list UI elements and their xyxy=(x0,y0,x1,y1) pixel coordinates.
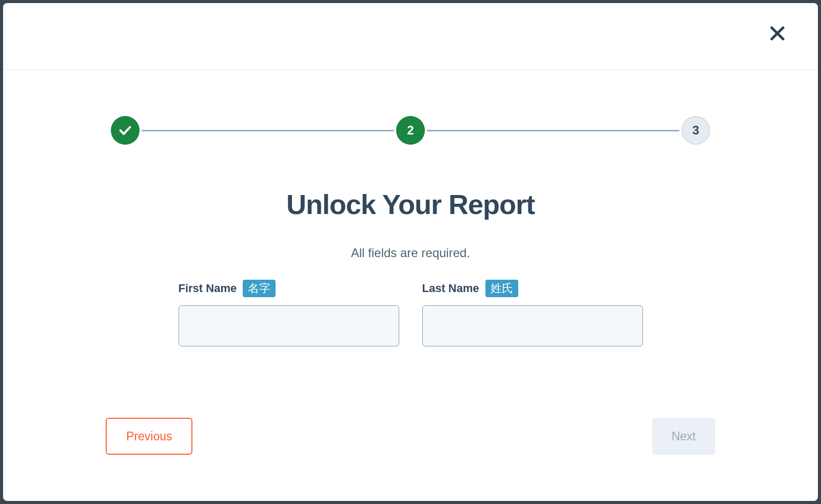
next-button[interactable]: Next xyxy=(652,418,715,455)
page-subtitle: All fields are required. xyxy=(351,246,470,260)
first-name-input[interactable] xyxy=(179,305,399,346)
step-1-done xyxy=(111,116,140,145)
last-name-group: Last Name 姓氏 xyxy=(422,280,643,346)
first-name-label: First Name xyxy=(179,282,237,295)
first-name-group: First Name 名字 xyxy=(179,280,399,346)
page-title: Unlock Your Report xyxy=(286,188,535,220)
close-button[interactable] xyxy=(768,24,787,43)
last-name-label: Last Name xyxy=(422,282,479,295)
modal-body: 2 3 Unlock Your Report All fields are re… xyxy=(3,70,818,418)
step-connector xyxy=(427,130,679,131)
first-name-translation-badge: 名字 xyxy=(243,280,276,297)
check-icon xyxy=(118,123,132,138)
label-row: First Name 名字 xyxy=(179,280,399,297)
step-3-inactive: 3 xyxy=(681,116,710,145)
modal-header xyxy=(3,3,818,70)
last-name-translation-badge: 姓氏 xyxy=(485,280,518,297)
close-icon xyxy=(768,24,787,43)
label-row: Last Name 姓氏 xyxy=(422,280,643,297)
progress-stepper: 2 3 xyxy=(106,116,715,145)
last-name-input[interactable] xyxy=(422,305,643,346)
form-row: First Name 名字 Last Name 姓氏 xyxy=(106,280,715,346)
modal-footer: Previous Next xyxy=(3,418,818,501)
modal-dialog: 2 3 Unlock Your Report All fields are re… xyxy=(3,3,818,501)
previous-button[interactable]: Previous xyxy=(106,418,192,455)
step-connector xyxy=(142,130,394,131)
step-2-active: 2 xyxy=(396,116,425,145)
